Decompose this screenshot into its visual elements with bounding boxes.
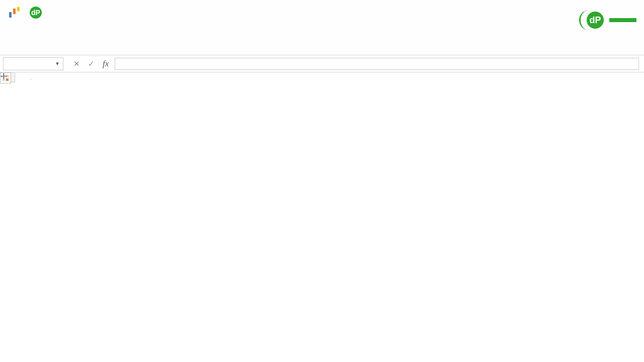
svg-rect-7 — [3, 75, 5, 77]
svg-rect-0 — [9, 12, 12, 18]
formula-controls: ✕ ✓ fx — [73, 59, 109, 69]
formula-bar: ▼ ✕ ✓ fx — [0, 55, 644, 72]
accept-formula-icon[interactable]: ✓ — [88, 59, 95, 68]
formula-input[interactable] — [115, 58, 639, 70]
stacked-waterfall-button[interactable] — [4, 4, 25, 22]
dp-logo-icon: dP — [28, 5, 43, 20]
svg-rect-10 — [6, 78, 9, 81]
ribbon: dP dP — [0, 0, 644, 55]
ribbon-group-waterfall: dP — [0, 4, 50, 55]
name-box[interactable]: ▼ — [3, 57, 63, 70]
cancel-formula-icon[interactable]: ✕ — [73, 59, 80, 68]
brand-badge-icon: dP — [579, 10, 609, 30]
spreadsheet-grid[interactable] — [0, 72, 644, 362]
waterfall-chart-icon — [7, 5, 22, 20]
svg-rect-9 — [3, 78, 5, 81]
see-documentation-button[interactable]: dP — [25, 4, 46, 22]
quick-analysis-button[interactable] — [0, 72, 11, 83]
chevron-down-icon: ▼ — [55, 61, 60, 66]
chart-plot-area — [31, 79, 31, 79]
svg-rect-8 — [6, 75, 9, 77]
svg-text:dP: dP — [31, 9, 40, 17]
fx-icon[interactable]: fx — [103, 59, 109, 69]
svg-rect-2 — [17, 7, 20, 11]
svg-text:dP: dP — [589, 15, 601, 25]
svg-rect-1 — [13, 9, 16, 14]
brand-banner: dP — [579, 10, 636, 30]
brand-name — [609, 18, 636, 22]
embedded-chart[interactable] — [0, 72, 1, 73]
